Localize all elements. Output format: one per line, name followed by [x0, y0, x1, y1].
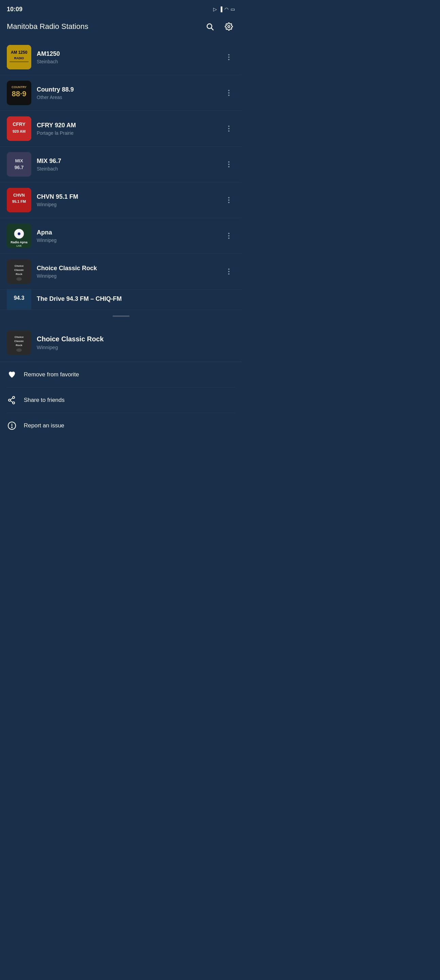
- station-logo-am1250: AM 1250 RADIO: [7, 45, 31, 69]
- share-icon: [7, 395, 17, 405]
- ellipsis-icon: [225, 232, 233, 240]
- report-issue-button[interactable]: Report an issue: [7, 413, 235, 438]
- list-item[interactable]: COUNTRY 88·9 Country 88.9 Other Areas: [0, 75, 242, 111]
- header: Manitoba Radio Stations: [0, 17, 242, 40]
- list-item[interactable]: CHVN 95.1 FM CHVN 95.1 FM Winnipeg: [0, 182, 242, 218]
- station-logo-choiceclassic: Choice Classic Rock: [7, 259, 31, 284]
- station-location: Steinbach: [37, 59, 217, 64]
- warning-svg: [8, 421, 16, 430]
- svg-point-46: [16, 277, 22, 281]
- share-friends-button[interactable]: Share to friends: [7, 388, 235, 413]
- bottom-sheet-station-info: Choice Classic Rock Winnipeg: [37, 335, 104, 350]
- svg-point-56: [16, 348, 22, 352]
- station-info: MIX 96.7 Steinbach: [37, 158, 217, 172]
- signal-icon: ▐: [219, 6, 222, 12]
- svg-text:MIX: MIX: [15, 158, 23, 163]
- svg-text:RADIO: RADIO: [14, 56, 24, 60]
- ellipsis-icon: [225, 161, 233, 168]
- ellipsis-icon: [225, 125, 233, 132]
- remove-favorite-button[interactable]: Remove from favorite: [7, 362, 235, 388]
- station-logo-country889: COUNTRY 88·9: [7, 81, 31, 105]
- station-name: CFRY 920 AM: [37, 122, 217, 129]
- svg-text:AM 1250: AM 1250: [11, 50, 27, 55]
- svg-point-15: [228, 95, 230, 96]
- station-location: Winnipeg: [37, 273, 217, 279]
- svg-rect-16: [7, 116, 31, 141]
- settings-icon: [225, 22, 233, 30]
- station-name: The Drive 94.3 FM – CHIQ-FM: [37, 295, 235, 302]
- station-logo-thedrive: 94.3: [7, 290, 31, 310]
- svg-point-64: [11, 427, 12, 428]
- svg-text:95.1 FM: 95.1 FM: [12, 199, 26, 204]
- settings-button[interactable]: [223, 21, 235, 33]
- list-item[interactable]: AM 1250 RADIO AM1250 Steinbach: [0, 40, 242, 75]
- warning-icon: [7, 421, 17, 431]
- station-name: Apna: [37, 229, 217, 236]
- svg-text:LIVE: LIVE: [16, 245, 22, 247]
- share-svg: [8, 396, 16, 404]
- svg-point-32: [228, 199, 230, 201]
- heart-filled-icon: [7, 369, 17, 380]
- svg-text:Choice: Choice: [14, 336, 24, 339]
- svg-point-36: [17, 232, 21, 235]
- svg-text:Rock: Rock: [16, 272, 22, 275]
- bottom-sheet-station-location: Winnipeg: [37, 344, 104, 350]
- station-info: The Drive 94.3 FM – CHIQ-FM: [37, 295, 235, 304]
- svg-point-25: [228, 161, 230, 163]
- ellipsis-icon: [225, 196, 233, 204]
- station-name: Choice Classic Rock: [37, 265, 217, 272]
- svg-point-13: [228, 90, 230, 91]
- svg-line-60: [11, 398, 13, 399]
- station-info: Apna Winnipeg: [37, 229, 217, 243]
- station-info: Country 88.9 Other Areas: [37, 86, 217, 100]
- list-item[interactable]: CFRY 920 AM CFRY 920 AM Portage la Prair…: [0, 111, 242, 147]
- ellipsis-icon: [225, 53, 233, 61]
- list-item[interactable]: MIX 96.7 MIX 96.7 Steinbach: [0, 147, 242, 182]
- station-name: MIX 96.7: [37, 158, 217, 165]
- station-location: Steinbach: [37, 166, 217, 172]
- svg-rect-6: [10, 61, 29, 62]
- bottom-sheet-actions: Remove from favorite Share to friends: [0, 362, 242, 438]
- list-item[interactable]: 94.3 The Drive 94.3 FM – CHIQ-FM: [0, 290, 242, 310]
- radio-list: AM 1250 RADIO AM1250 Steinbach COUNTRY 8…: [0, 40, 242, 310]
- svg-text:Classic: Classic: [14, 269, 24, 272]
- more-options-button[interactable]: [223, 87, 235, 99]
- search-button[interactable]: [204, 21, 216, 33]
- svg-point-7: [228, 54, 230, 56]
- svg-point-40: [228, 235, 230, 237]
- more-options-button[interactable]: [223, 123, 235, 135]
- list-item[interactable]: Radio Apna LIVE Apna Winnipeg: [0, 218, 242, 254]
- ellipsis-icon: [225, 89, 233, 97]
- status-bar: 10:09 ▷ ▐ ◠ ▭: [0, 0, 242, 17]
- svg-point-31: [228, 197, 230, 198]
- svg-point-47: [228, 269, 230, 270]
- more-options-button[interactable]: [223, 158, 235, 170]
- svg-text:96.7: 96.7: [14, 165, 24, 170]
- svg-point-19: [228, 126, 230, 127]
- svg-text:CFRY: CFRY: [13, 121, 25, 127]
- station-location: Winnipeg: [37, 237, 217, 243]
- remove-favorite-label: Remove from favorite: [24, 371, 79, 378]
- svg-point-14: [228, 92, 230, 94]
- more-options-button[interactable]: [223, 194, 235, 206]
- svg-point-27: [228, 166, 230, 167]
- bottom-sheet-station-name: Choice Classic Rock: [37, 335, 104, 343]
- station-location: Other Areas: [37, 95, 217, 100]
- svg-point-49: [228, 273, 230, 275]
- bottom-sheet-handle: [0, 310, 242, 322]
- svg-point-2: [228, 25, 230, 27]
- more-options-button[interactable]: [223, 51, 235, 63]
- station-info: AM1250 Steinbach: [37, 50, 217, 64]
- station-name: AM1250: [37, 50, 217, 57]
- list-item[interactable]: Choice Classic Rock Choice Classic Rock …: [0, 254, 242, 290]
- more-options-button[interactable]: [223, 266, 235, 278]
- svg-point-20: [228, 128, 230, 129]
- svg-point-48: [228, 271, 230, 272]
- svg-text:Radio Apna: Radio Apna: [11, 240, 28, 244]
- more-options-button[interactable]: [223, 230, 235, 242]
- svg-point-41: [228, 237, 230, 239]
- svg-line-1: [211, 28, 214, 30]
- station-info: CFRY 920 AM Portage la Prairie: [37, 122, 217, 136]
- wifi-icon: ◠: [224, 6, 229, 12]
- svg-text:88·9: 88·9: [12, 89, 27, 98]
